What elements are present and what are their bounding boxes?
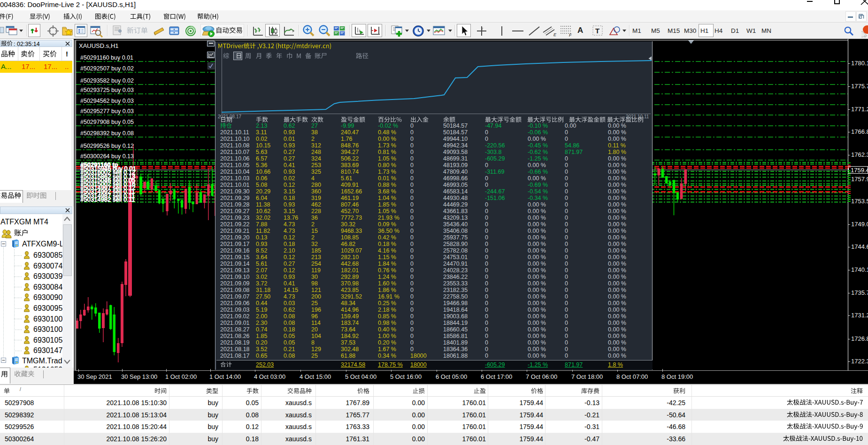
svg-text:F: F — [569, 33, 572, 37]
svg-text:T: T — [595, 27, 599, 35]
svg-text:E: E — [553, 32, 557, 37]
